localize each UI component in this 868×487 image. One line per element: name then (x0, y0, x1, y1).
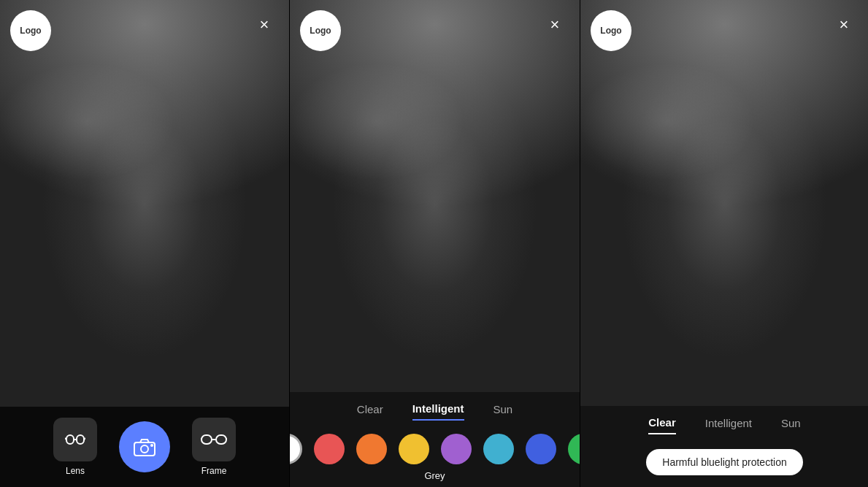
svg-rect-9 (216, 435, 226, 444)
camera-tool[interactable] (119, 421, 170, 472)
frame-icon-bg (192, 418, 236, 461)
color-row (290, 426, 580, 469)
svg-point-6 (141, 445, 148, 453)
logo-button-2[interactable]: Logo (300, 10, 341, 51)
tab-row-2: Clear Intelligent Sun (290, 392, 580, 426)
camera-icon (133, 437, 156, 457)
frame-label: Frame (201, 466, 227, 476)
close-button-3[interactable]: × (829, 10, 859, 39)
color-red[interactable] (314, 434, 345, 464)
tab-clear-2[interactable]: Clear (357, 403, 383, 420)
close-button-2[interactable]: × (540, 10, 569, 39)
panel-2: Logo × Clear Intelligent Sun Grey (290, 0, 580, 487)
tab-row-3: Clear Intelligent Sun (580, 406, 868, 440)
camera-icon-bg (119, 421, 170, 472)
lens-icon (65, 432, 85, 448)
frame-tool[interactable]: Frame (192, 418, 236, 476)
panel-3: Logo × Clear Intelligent Sun Harmful blu… (580, 0, 868, 487)
bottom-toolbar-1: Lens Fram (0, 407, 289, 487)
svg-rect-0 (66, 435, 74, 444)
logo-button-1[interactable]: Logo (10, 10, 51, 51)
frame-icon (201, 432, 227, 447)
bluelight-pill: Harmful bluelight protection (646, 449, 802, 475)
color-purple[interactable] (441, 434, 472, 464)
color-cyan[interactable] (483, 434, 514, 464)
color-orange[interactable] (356, 434, 387, 464)
svg-rect-1 (77, 435, 84, 444)
svg-point-7 (150, 444, 153, 447)
lens-icon-bg (53, 418, 97, 461)
tab-intelligent-2[interactable]: Intelligent (412, 402, 464, 421)
bottom-bar-3: Clear Intelligent Sun Harmful bluelight … (580, 406, 868, 487)
panel-1: Logo × Lens (0, 0, 289, 487)
tab-sun-3[interactable]: Sun (781, 417, 801, 434)
lens-label: Lens (66, 466, 85, 476)
color-label-row: Grey (290, 469, 580, 487)
color-grey[interactable] (290, 434, 302, 464)
tab-clear-3[interactable]: Clear (648, 416, 676, 434)
close-button-1[interactable]: × (250, 10, 279, 39)
color-green[interactable] (568, 434, 580, 464)
color-yellow[interactable] (399, 434, 429, 464)
selected-color-label: Grey (420, 470, 450, 481)
tab-intelligent-3[interactable]: Intelligent (705, 417, 752, 434)
lens-tool[interactable]: Lens (53, 418, 97, 476)
svg-line-3 (65, 438, 66, 440)
logo-button-3[interactable]: Logo (591, 10, 631, 51)
tab-sun-2[interactable]: Sun (493, 403, 513, 420)
color-blue[interactable] (526, 434, 556, 464)
svg-line-4 (84, 438, 85, 440)
svg-rect-8 (201, 435, 212, 444)
bottom-bar-2: Clear Intelligent Sun Grey (290, 392, 580, 487)
bluelight-badge: Harmful bluelight protection (580, 440, 868, 487)
